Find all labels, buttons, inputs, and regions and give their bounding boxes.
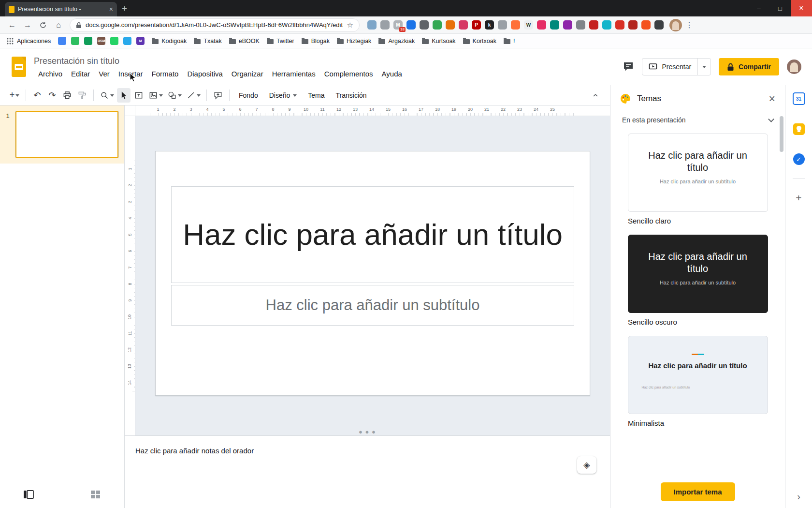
shape-tool[interactable] (166, 88, 183, 103)
grid-view-icon[interactable] (90, 490, 101, 499)
tab-close-icon[interactable]: × (109, 6, 113, 13)
home-icon[interactable]: ⌂ (51, 18, 66, 32)
menu-editar[interactable]: Editar (67, 69, 94, 79)
slide-thumbnail-item[interactable]: 1 (0, 105, 124, 164)
tasks-icon[interactable]: ✓ (793, 153, 805, 165)
wikipedia-extension-icon[interactable]: W (524, 20, 533, 30)
fox-extension-icon[interactable] (511, 20, 520, 30)
bookmark-folder-txatak[interactable]: Txatak (194, 38, 222, 45)
menu-insertar[interactable]: Insertar (114, 69, 147, 79)
filmstrip-view-icon[interactable] (23, 490, 34, 499)
window-minimize-button[interactable]: – (748, 0, 769, 16)
browser-menu-icon[interactable]: ⋮ (683, 20, 696, 30)
pdf-extension-icon[interactable] (628, 20, 638, 30)
textbox-tool[interactable] (132, 88, 145, 103)
present-button[interactable]: Presentar (642, 58, 711, 75)
dark-extension-icon[interactable] (654, 20, 664, 30)
collapse-side-panel-icon[interactable]: › (797, 492, 800, 501)
line-tool[interactable] (185, 88, 202, 103)
bookmark-folder-argazkiak[interactable]: Argazkiak (378, 38, 415, 45)
pocket-extension-icon[interactable] (459, 20, 468, 30)
bookmark-folder-kodigoak[interactable]: Kodigoak (152, 38, 187, 45)
layout-button[interactable]: Diseño (264, 89, 302, 102)
close-panel-icon[interactable]: × (769, 93, 775, 105)
menu-diapositiva[interactable]: Diapositiva (183, 69, 227, 79)
paint-format-button[interactable] (75, 88, 89, 103)
keep-icon[interactable] (793, 123, 805, 135)
address-bar[interactable]: docs.google.com/presentation/d/1JiAm-0L0… (70, 18, 360, 32)
menu-complementos[interactable]: Complementos (320, 69, 377, 79)
document-title[interactable]: Presentación sin título (34, 56, 623, 66)
themes-section-row[interactable]: En esta presentación (610, 112, 785, 131)
menu-archivo[interactable]: Archivo (34, 69, 67, 79)
undo-button[interactable]: ↶ (30, 88, 44, 103)
menu-organizar[interactable]: Organizar (227, 69, 268, 79)
notes-placeholder[interactable]: Haz clic para añadir notas del orador (135, 447, 610, 455)
calendar-icon[interactable]: 31 (793, 92, 805, 105)
lock-extension-icon[interactable] (498, 20, 507, 30)
mail-extension-icon[interactable]: M18 (393, 20, 403, 30)
window-close-button[interactable]: × (791, 0, 812, 16)
transition-button[interactable]: Transición (331, 89, 372, 102)
import-theme-button[interactable]: Importar tema (660, 482, 735, 501)
insert-comment-button[interactable] (211, 88, 225, 103)
bookmark-folder-ebook[interactable]: eBOOK (229, 38, 260, 45)
themes-scrollbar[interactable] (780, 116, 783, 152)
m-bookmark-icon[interactable]: M (136, 37, 145, 45)
telegram-bookmark-icon[interactable] (123, 37, 131, 45)
present-options-caret[interactable] (697, 59, 710, 75)
background-button[interactable]: Fondo (234, 89, 263, 102)
red-shield-extension-icon[interactable] (615, 20, 624, 30)
add-addon-icon[interactable]: + (796, 193, 801, 203)
window-maximize-button[interactable]: □ (769, 0, 791, 16)
k-extension-icon[interactable]: k (485, 20, 494, 30)
whatsapp-bookmark-icon[interactable] (110, 37, 118, 45)
back-icon[interactable]: ← (5, 18, 19, 32)
p-extension-icon[interactable]: P (472, 20, 481, 30)
red-squares-extension-icon[interactable] (589, 20, 598, 30)
bookmark-folder-![interactable]: ! (504, 38, 515, 45)
menu-ayuda[interactable]: Ayuda (377, 69, 406, 79)
theme-card-sencillo-oscuro[interactable]: Haz clic para añadir un título Haz clic … (628, 235, 768, 313)
bookmark-star-icon[interactable]: ☆ (347, 21, 353, 30)
orange-extension-icon[interactable] (641, 20, 651, 30)
print-button[interactable] (60, 88, 74, 103)
notes-extension-icon[interactable] (380, 20, 390, 30)
keyboard-extension-icon[interactable] (576, 20, 585, 30)
leaf-extension-icon[interactable] (433, 20, 442, 30)
slide[interactable]: Haz clic para añadir un título Haz clic … (155, 151, 590, 396)
apps-shortcut[interactable]: Aplicaciones (7, 38, 51, 45)
slide-thumbnail[interactable] (15, 111, 118, 158)
pin-extension-icon[interactable] (446, 20, 455, 30)
menu-formato[interactable]: Formato (147, 69, 183, 79)
translate-bookmark-icon[interactable] (84, 37, 92, 45)
zoom-button[interactable] (98, 88, 116, 103)
forward-icon[interactable]: → (20, 18, 35, 32)
theme-button[interactable]: Tema (303, 89, 329, 102)
menu-ver[interactable]: Ver (94, 69, 114, 79)
slide-subtitle-placeholder[interactable]: Haz clic para añadir un subtítulo (171, 285, 574, 326)
elephant-bookmark-icon[interactable] (71, 37, 79, 45)
slide-canvas[interactable]: Haz clic para añadir un título Haz clic … (135, 116, 610, 435)
bookmark-folder-twitter[interactable]: Twitter (267, 38, 294, 45)
paw-extension-icon[interactable] (563, 20, 572, 30)
bookmark-folder-kurtsoak[interactable]: Kurtsoak (422, 38, 455, 45)
whale-extension-icon[interactable] (406, 20, 416, 30)
notes-resize-handle[interactable]: ● ● ● (359, 428, 376, 435)
blue-bookmark-icon[interactable] (58, 37, 66, 45)
slide-title-placeholder[interactable]: Haz clic para añadir un título (171, 186, 574, 283)
collapse-toolbar-icon[interactable] (589, 88, 602, 103)
gray-extension-icon[interactable] (420, 20, 429, 30)
theme-card-minimalista[interactable]: Haz clic para añadir un título Haz clic … (628, 336, 768, 414)
bookmark-folder-blogak[interactable]: Blogak (302, 38, 330, 45)
present-main[interactable]: Presentar (642, 59, 697, 75)
new-slide-button[interactable]: + (8, 88, 21, 103)
select-tool[interactable] (117, 88, 130, 103)
new-tab-button[interactable]: + (122, 4, 127, 13)
comment-history-icon[interactable] (623, 61, 634, 73)
reload-icon[interactable] (36, 18, 50, 32)
bookmark-folder-hiztegiak[interactable]: Hiztegiak (337, 38, 371, 45)
slides-logo[interactable] (12, 57, 26, 77)
ring-extension-icon[interactable] (602, 20, 611, 30)
heart-extension-icon[interactable] (537, 20, 546, 30)
